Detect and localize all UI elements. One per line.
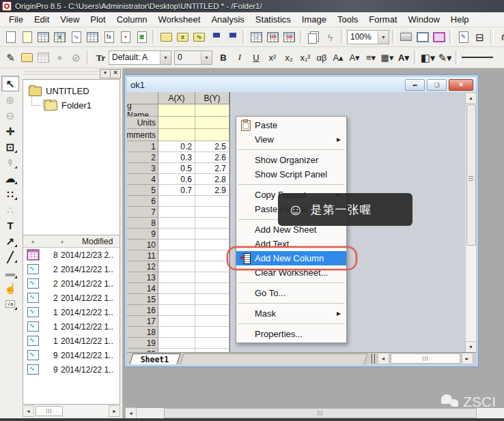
- menu-item[interactable]: View: [55, 13, 85, 26]
- pointer-tool[interactable]: ↖: [1, 76, 19, 91]
- sort-column-header[interactable]: [42, 239, 82, 244]
- modified-column-header[interactable]: Modified: [82, 237, 113, 246]
- bold-button[interactable]: B: [216, 50, 231, 65]
- annotation-tool[interactable]: ⊡: [2, 140, 18, 154]
- cell-b[interactable]: 2.6: [195, 152, 229, 163]
- print-icon[interactable]: [398, 29, 414, 45]
- chevron-down-icon[interactable]: [201, 51, 212, 64]
- meta-cell[interactable]: [158, 129, 195, 141]
- menu-item[interactable]: Edit: [29, 13, 55, 26]
- line-color-button[interactable]: ✎▾: [437, 50, 453, 66]
- cell-a[interactable]: [158, 229, 195, 239]
- explorer-item[interactable]: 2 2014/12/22 1..: [23, 276, 120, 291]
- scroll-left-icon[interactable]: [23, 405, 34, 417]
- sheet-tab-area[interactable]: [180, 353, 367, 364]
- import-single-ascii-icon[interactable]: 123: [265, 29, 281, 45]
- superscript-button[interactable]: x²: [265, 50, 280, 65]
- corner-header-cell[interactable]: [127, 92, 158, 104]
- panel-menu-icon[interactable]: [100, 69, 111, 78]
- panel-close-icon[interactable]: [110, 69, 121, 78]
- minimize-button[interactable]: [405, 79, 425, 91]
- row-number[interactable]: 13: [127, 272, 158, 283]
- new-project-icon[interactable]: [3, 29, 18, 45]
- menu-item-go-to[interactable]: Go To...: [236, 286, 346, 300]
- row-number[interactable]: 8: [127, 218, 158, 229]
- new-workbook-icon[interactable]: [36, 29, 51, 45]
- explorer-item[interactable]: 1 2014/12/22 1..: [23, 334, 120, 348]
- font-combobox[interactable]: Default: A: [109, 50, 171, 65]
- menu-item[interactable]: Window: [403, 13, 445, 26]
- font-size-combobox[interactable]: 0: [174, 50, 212, 65]
- cell-b[interactable]: 2.9: [195, 185, 229, 196]
- cell-a[interactable]: [158, 316, 195, 327]
- row-number[interactable]: 18: [127, 327, 158, 338]
- screen-reader-tool[interactable]: ✛: [2, 124, 18, 139]
- cell-b[interactable]: [195, 272, 229, 283]
- menu-item-clear-worksheet[interactable]: Clear Worksheet...: [236, 265, 346, 280]
- cell-a[interactable]: [158, 272, 195, 283]
- annotation-pin-icon[interactable]: ⌖: [52, 50, 68, 66]
- cell-a[interactable]: [158, 218, 195, 229]
- split-view-icon[interactable]: ⊟: [472, 29, 488, 45]
- workbook-titlebar[interactable]: ok1: [127, 77, 476, 93]
- sort-column-header[interactable]: [23, 239, 42, 244]
- meta-row-label[interactable]: mments: [127, 129, 158, 141]
- cell-a[interactable]: [158, 338, 195, 349]
- font-color-button[interactable]: A▾: [396, 50, 411, 65]
- duplicate-window-icon[interactable]: [306, 29, 322, 45]
- row-number[interactable]: 7: [127, 207, 158, 218]
- menu-item-mask[interactable]: Mask: [236, 306, 346, 321]
- tree-item-folder1[interactable]: Folder1: [23, 98, 120, 113]
- scrollbar-thumb[interactable]: [164, 408, 477, 418]
- save-icon[interactable]: [208, 29, 223, 45]
- chevron-down-icon[interactable]: [378, 31, 389, 44]
- data-selector-tool[interactable]: ↟: [2, 156, 18, 170]
- underline-button[interactable]: U: [249, 50, 264, 65]
- row-number[interactable]: 11: [127, 250, 158, 261]
- row-number[interactable]: 1: [127, 141, 158, 152]
- menu-item[interactable]: Worksheet: [153, 13, 206, 26]
- new-layout-icon[interactable]: ▪: [117, 29, 133, 45]
- explorer-item[interactable]: 9 2014/12/22 1..: [23, 362, 120, 377]
- open-icon[interactable]: [158, 29, 174, 45]
- row-number[interactable]: 9: [127, 229, 158, 239]
- edit-graph-icon[interactable]: ✎: [3, 50, 18, 66]
- increase-font-button[interactable]: A▴: [331, 50, 346, 65]
- row-number[interactable]: 12: [127, 261, 158, 272]
- explorer-item[interactable]: 2 2014/12/22 1..: [23, 291, 120, 305]
- pan-tool[interactable]: ☝: [2, 281, 18, 295]
- cell-b[interactable]: [195, 338, 229, 349]
- column-header-b[interactable]: B(Y): [195, 92, 229, 104]
- save-template-icon[interactable]: [224, 29, 240, 45]
- cell-a[interactable]: 0.7: [158, 185, 195, 196]
- cell-b[interactable]: [195, 239, 229, 250]
- line-tool[interactable]: ╱: [2, 250, 18, 264]
- cell-b[interactable]: [195, 218, 229, 229]
- import-multiple-ascii-icon[interactable]: 123: [281, 29, 297, 45]
- draw-data-tool[interactable]: ∷: [2, 187, 18, 201]
- cell-b[interactable]: 2.5: [195, 141, 229, 152]
- menu-item[interactable]: Statistics: [250, 13, 296, 26]
- row-number[interactable]: 6: [127, 196, 158, 207]
- row-number[interactable]: 19: [127, 338, 158, 349]
- row-number[interactable]: 10: [127, 239, 158, 250]
- panel-grip[interactable]: [24, 70, 99, 76]
- graph-folder-icon[interactable]: [19, 50, 35, 66]
- zoom-combobox[interactable]: 100%: [347, 30, 389, 44]
- menu-item[interactable]: Column: [111, 13, 153, 26]
- open-graph-icon[interactable]: ∿: [191, 29, 207, 45]
- scrollbar-thumb[interactable]: [466, 104, 476, 246]
- menu-item[interactable]: File: [3, 13, 29, 26]
- rerun-analysis-icon[interactable]: ϟ: [322, 29, 338, 45]
- explorer-item[interactable]: 9 2014/12/22 1..: [23, 348, 120, 362]
- meta-row-label[interactable]: g Name: [127, 104, 158, 117]
- zoom-in-tool[interactable]: ⊕: [2, 93, 18, 107]
- cell-b[interactable]: [195, 294, 229, 305]
- cell-b[interactable]: [195, 250, 229, 261]
- cell-a[interactable]: [158, 261, 195, 272]
- explorer-item[interactable]: 8 2014/12/23 2..: [23, 248, 120, 262]
- menu-item[interactable]: Analysis: [206, 13, 249, 26]
- layer-grid-icon[interactable]: [36, 50, 51, 66]
- project-explorer-icon[interactable]: ⋔: [496, 29, 504, 44]
- column-header-a[interactable]: A(X): [158, 92, 195, 104]
